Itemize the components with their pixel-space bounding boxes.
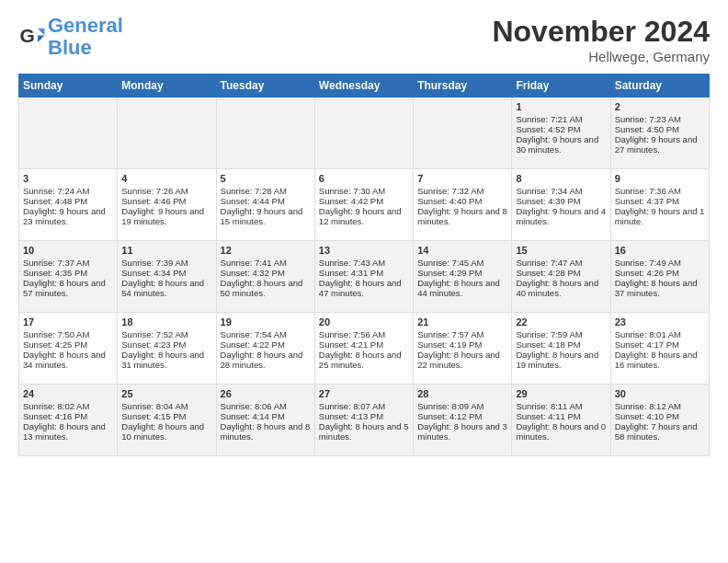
day-info: Daylight: 8 hours and 10 minutes. — [121, 421, 211, 442]
day-cell: 10Sunrise: 7:37 AMSunset: 4:35 PMDayligh… — [19, 241, 118, 313]
svg-marker-1 — [38, 29, 45, 36]
day-info: Sunrise: 7:57 AM — [417, 329, 507, 339]
day-info: Sunrise: 7:49 AM — [615, 258, 705, 268]
day-info: Daylight: 9 hours and 1 minute. — [615, 206, 705, 226]
day-cell: 24Sunrise: 8:02 AMSunset: 4:16 PMDayligh… — [19, 385, 118, 456]
day-info: Daylight: 8 hours and 28 minutes. — [221, 350, 311, 370]
day-info: Daylight: 8 hours and 22 minutes. — [417, 350, 507, 370]
day-info: Sunrise: 7:56 AM — [319, 329, 409, 339]
week-row-2: 10Sunrise: 7:37 AMSunset: 4:35 PMDayligh… — [19, 241, 710, 313]
day-info: Sunrise: 7:43 AM — [319, 258, 409, 268]
day-info: Sunset: 4:23 PM — [121, 339, 211, 350]
logo-text: General Blue — [48, 15, 123, 59]
col-sunday: Sunday — [19, 75, 118, 98]
day-info: Sunrise: 7:52 AM — [121, 329, 211, 339]
day-info: Sunset: 4:52 PM — [516, 124, 606, 134]
day-info: Sunrise: 7:45 AM — [417, 258, 507, 268]
day-info: Sunrise: 8:04 AM — [121, 401, 211, 411]
day-info: Sunset: 4:31 PM — [319, 268, 409, 278]
day-info: Sunset: 4:12 PM — [417, 411, 507, 421]
day-info: Daylight: 8 hours and 54 minutes. — [121, 278, 211, 298]
day-cell — [314, 98, 413, 169]
day-number: 20 — [319, 316, 409, 327]
day-cell: 23Sunrise: 8:01 AMSunset: 4:17 PMDayligh… — [610, 313, 709, 385]
day-number: 27 — [319, 388, 409, 399]
day-number: 24 — [23, 388, 113, 399]
day-number: 17 — [23, 316, 113, 327]
calendar-table: Sunday Monday Tuesday Wednesday Thursday… — [18, 74, 710, 456]
day-info: Daylight: 8 hours and 40 minutes. — [516, 278, 606, 298]
day-cell: 1Sunrise: 7:21 AMSunset: 4:52 PMDaylight… — [512, 98, 610, 169]
day-info: Sunrise: 8:09 AM — [417, 401, 507, 411]
day-info: Sunset: 4:16 PM — [23, 411, 113, 421]
day-info: Daylight: 8 hours and 5 minutes. — [319, 421, 409, 442]
day-number: 19 — [221, 316, 311, 327]
day-info: Daylight: 9 hours and 30 minutes. — [516, 134, 606, 155]
day-info: Sunset: 4:21 PM — [319, 339, 409, 350]
day-info: Sunset: 4:34 PM — [121, 268, 211, 278]
col-saturday: Saturday — [610, 75, 709, 98]
logo-icon: G — [18, 23, 46, 51]
day-info: Daylight: 8 hours and 34 minutes. — [23, 350, 113, 370]
day-cell: 8Sunrise: 7:34 AMSunset: 4:39 PMDaylight… — [512, 169, 610, 241]
day-info: Daylight: 9 hours and 4 minutes. — [516, 206, 606, 226]
day-info: Sunset: 4:22 PM — [221, 339, 311, 350]
day-info: Sunrise: 8:12 AM — [615, 401, 705, 411]
day-number: 8 — [516, 173, 606, 184]
page: G General Blue November 2024 Hellwege, G… — [0, 0, 728, 465]
day-number: 10 — [23, 245, 113, 256]
day-cell: 26Sunrise: 8:06 AMSunset: 4:14 PMDayligh… — [216, 385, 314, 456]
day-cell: 9Sunrise: 7:36 AMSunset: 4:37 PMDaylight… — [610, 169, 709, 241]
day-info: Sunset: 4:11 PM — [516, 411, 606, 421]
col-wednesday: Wednesday — [314, 75, 413, 98]
day-info: Daylight: 7 hours and 58 minutes. — [615, 421, 705, 442]
day-info: Sunset: 4:14 PM — [221, 411, 311, 421]
week-row-0: 1Sunrise: 7:21 AMSunset: 4:52 PMDaylight… — [19, 98, 710, 169]
day-info: Sunrise: 7:21 AM — [516, 114, 606, 124]
day-number: 16 — [615, 245, 705, 256]
day-info: Sunrise: 7:26 AM — [121, 186, 211, 196]
day-cell: 27Sunrise: 8:07 AMSunset: 4:13 PMDayligh… — [314, 385, 413, 456]
week-row-4: 24Sunrise: 8:02 AMSunset: 4:16 PMDayligh… — [19, 385, 710, 456]
day-cell: 12Sunrise: 7:41 AMSunset: 4:32 PMDayligh… — [216, 241, 314, 313]
day-info: Sunset: 4:25 PM — [23, 339, 113, 350]
day-cell: 21Sunrise: 7:57 AMSunset: 4:19 PMDayligh… — [414, 313, 512, 385]
day-cell: 15Sunrise: 7:47 AMSunset: 4:28 PMDayligh… — [512, 241, 610, 313]
day-cell: 28Sunrise: 8:09 AMSunset: 4:12 PMDayligh… — [414, 385, 512, 456]
day-info: Daylight: 8 hours and 47 minutes. — [319, 278, 409, 298]
day-number: 3 — [23, 173, 113, 184]
day-info: Daylight: 8 hours and 3 minutes. — [417, 421, 507, 442]
day-info: Sunset: 4:42 PM — [319, 196, 409, 206]
day-info: Sunrise: 7:28 AM — [221, 186, 311, 196]
day-info: Sunset: 4:39 PM — [516, 196, 606, 206]
day-info: Sunset: 4:18 PM — [516, 339, 606, 350]
day-info: Daylight: 8 hours and 31 minutes. — [121, 350, 211, 370]
svg-marker-2 — [38, 36, 45, 43]
day-cell: 18Sunrise: 7:52 AMSunset: 4:23 PMDayligh… — [118, 313, 216, 385]
day-cell: 25Sunrise: 8:04 AMSunset: 4:15 PMDayligh… — [118, 385, 216, 456]
day-info: Sunrise: 8:02 AM — [23, 401, 113, 411]
day-cell — [118, 98, 216, 169]
day-number: 7 — [417, 173, 507, 184]
title-block: November 2024 Hellwege, Germany — [492, 15, 710, 64]
day-info: Sunset: 4:19 PM — [417, 339, 507, 350]
day-info: Sunset: 4:46 PM — [121, 196, 211, 206]
day-cell: 5Sunrise: 7:28 AMSunset: 4:44 PMDaylight… — [216, 169, 314, 241]
day-number: 5 — [221, 173, 311, 184]
day-number: 23 — [615, 316, 705, 327]
day-info: Sunset: 4:37 PM — [615, 196, 705, 206]
day-info: Sunset: 4:35 PM — [23, 268, 113, 278]
subtitle: Hellwege, Germany — [492, 49, 710, 64]
day-info: Sunset: 4:32 PM — [221, 268, 311, 278]
col-friday: Friday — [512, 75, 610, 98]
day-number: 30 — [615, 388, 705, 399]
day-info: Daylight: 9 hours and 19 minutes. — [121, 206, 211, 226]
day-cell — [414, 98, 512, 169]
day-info: Sunrise: 7:47 AM — [516, 258, 606, 268]
day-number: 11 — [121, 245, 211, 256]
day-info: Sunrise: 7:39 AM — [121, 258, 211, 268]
day-info: Sunset: 4:17 PM — [615, 339, 705, 350]
day-cell: 3Sunrise: 7:24 AMSunset: 4:48 PMDaylight… — [19, 169, 118, 241]
day-number: 13 — [319, 245, 409, 256]
day-cell: 29Sunrise: 8:11 AMSunset: 4:11 PMDayligh… — [512, 385, 610, 456]
